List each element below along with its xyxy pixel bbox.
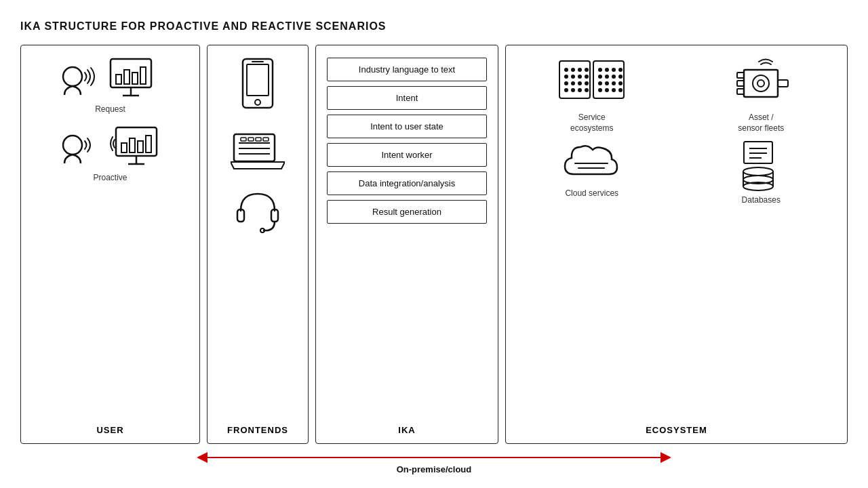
phone-icon [237,58,278,119]
arrow-left-head [197,452,208,463]
svg-point-51 [612,68,616,72]
svg-point-49 [598,68,602,72]
svg-rect-12 [121,143,127,152]
svg-point-41 [564,81,568,85]
ika-panel-label: IKA [398,418,415,435]
svg-rect-5 [124,70,130,84]
svg-point-71 [757,80,764,87]
svg-rect-14 [138,141,143,152]
proactive-monitor-icon [109,126,163,170]
svg-point-61 [598,88,602,92]
svg-point-39 [578,75,582,79]
diagram-area: Request [20,45,848,444]
svg-rect-27 [263,138,269,141]
svg-point-57 [598,81,602,85]
svg-point-64 [618,88,623,92]
svg-point-38 [571,75,575,79]
databases-caption: Databases [742,195,781,206]
svg-rect-17 [247,64,269,96]
svg-point-18 [255,100,260,105]
svg-point-54 [605,75,609,79]
asset-sensor-icon [730,58,791,108]
svg-point-35 [578,68,582,72]
svg-point-36 [585,68,589,72]
ika-box: Intent worker [327,143,487,167]
ika-box: Intent [327,86,487,110]
asset-sensor-item: Asset /sensor fleets [684,58,840,134]
svg-point-58 [605,81,609,85]
frontends-panel-label: FRONTENDS [227,418,288,435]
user-panel: Request [20,45,200,444]
page-title: IKA STRUCTURE FOR PROACTIVE AND REACTIVE… [20,20,848,33]
svg-point-78 [743,167,773,176]
svg-rect-65 [744,70,778,97]
svg-point-33 [564,68,568,72]
ika-box: Intent to user state [327,115,487,138]
svg-point-40 [585,75,589,79]
svg-rect-15 [146,136,151,152]
ika-box: Industry language to text [327,58,487,81]
svg-point-30 [260,228,264,232]
ecosystem-panel: Serviceecosystems [505,45,848,444]
request-head-icon [58,58,105,102]
svg-point-62 [605,88,609,92]
proactive-head-icon [58,126,105,170]
svg-point-70 [753,75,769,92]
svg-point-43 [578,81,582,85]
bidirectional-arrow [197,453,671,462]
svg-point-37 [564,75,568,79]
svg-rect-6 [132,73,138,84]
svg-rect-13 [130,138,135,152]
svg-point-59 [612,81,616,85]
cloud-services-icon [561,140,623,184]
svg-point-8 [63,136,82,155]
svg-point-56 [618,75,623,79]
headset-icon [234,187,281,235]
svg-rect-24 [241,138,246,141]
user-panel-label: USER [96,418,123,435]
ika-boxes: Industry language to textIntentIntent to… [327,58,487,228]
svg-rect-31 [559,61,590,98]
svg-point-52 [618,68,623,72]
service-ecosystems-caption: Serviceecosystems [570,113,613,134]
svg-point-34 [571,68,575,72]
svg-point-45 [564,88,568,92]
databases-item: Databases [684,140,840,206]
cloud-services-item: Cloud services [514,140,670,206]
svg-rect-26 [256,138,261,141]
ecosystem-panel-label: ECOSYSTEM [646,418,707,435]
svg-point-50 [605,68,609,72]
svg-rect-69 [778,80,788,87]
svg-point-63 [612,88,616,92]
arrow-caption: On-premise/cloud [397,464,472,474]
svg-point-55 [612,75,616,79]
svg-point-60 [618,81,623,85]
arrow-area: On-premise/cloud [20,453,848,474]
laptop-icon [231,131,285,175]
svg-rect-68 [737,89,744,94]
svg-point-42 [571,81,575,85]
request-caption: Request [95,104,125,114]
ecosystem-grid: Serviceecosystems [514,58,839,206]
arrow-right-head [660,452,671,463]
svg-rect-32 [593,61,624,98]
request-monitor-icon [109,58,163,102]
proactive-caption: Proactive [93,173,127,182]
databases-icon [737,140,785,191]
svg-rect-7 [140,67,146,84]
svg-point-46 [571,88,575,92]
svg-point-47 [578,88,582,92]
ika-box: Data integration/analysis [327,171,487,195]
svg-rect-67 [737,81,744,86]
svg-rect-4 [116,75,121,84]
svg-point-53 [598,75,602,79]
svg-rect-66 [737,73,744,78]
cloud-services-caption: Cloud services [565,188,618,199]
svg-point-0 [63,67,82,86]
ika-box: Result generation [327,200,487,224]
svg-point-48 [585,88,589,92]
asset-sensor-caption: Asset /sensor fleets [738,113,784,134]
svg-point-44 [585,81,589,85]
service-ecosystems-item: Serviceecosystems [514,58,670,134]
ika-panel: Industry language to textIntentIntent to… [315,45,498,444]
